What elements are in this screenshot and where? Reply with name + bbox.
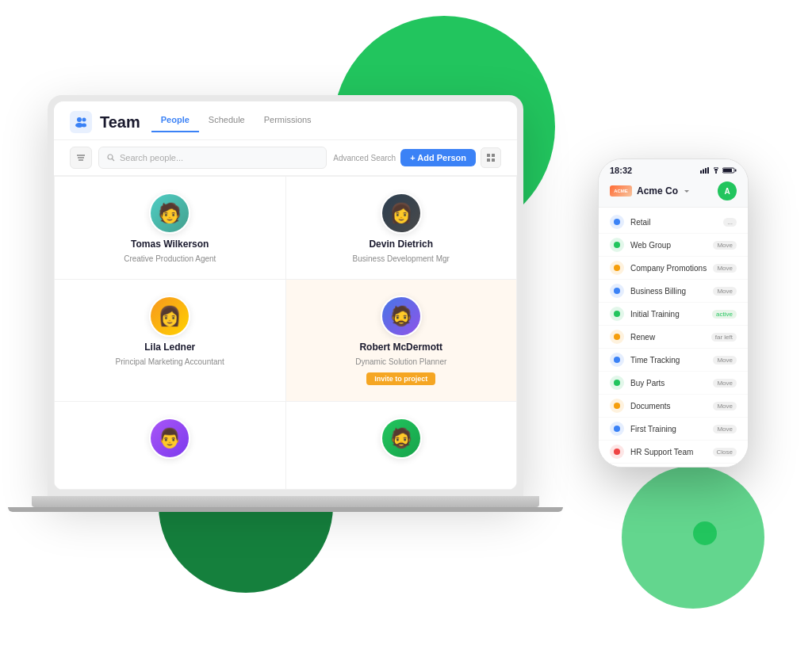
phone-list-item[interactable]: DocumentsMove [599, 395, 748, 418]
person-card[interactable]: 👩Devin DietrichBusiness Development Mgr [286, 177, 517, 279]
app-title: Team [100, 113, 140, 132]
phone-user-avatar[interactable]: A [718, 181, 737, 200]
person-card[interactable]: 👩Lila LednerPrincipal Marketing Accounta… [55, 280, 285, 401]
phone-list-item[interactable]: HR Support TeamClose [599, 441, 748, 464]
app-toolbar: Search people... Advanced Search + Add P… [54, 140, 517, 176]
phone-item-badge: Move [713, 264, 737, 273]
svg-point-0 [77, 117, 82, 122]
phone-frame: 18:32 ACME Acme Co A Retail...Web GroupM… [598, 158, 749, 468]
avatar-image: 👩 [382, 194, 420, 232]
app-title-row: Team People Schedule Permissions [70, 111, 501, 133]
phone-list-item[interactable]: Initial Trainingactive [599, 303, 748, 326]
phone-item-badge: active [712, 310, 737, 319]
phone-list-item[interactable]: Company PromotionsMove [599, 257, 748, 280]
person-card[interactable]: 🧔Robert McDermottDynamic Solution Planne… [286, 280, 517, 401]
filter-button[interactable] [70, 147, 92, 169]
phone-list-item[interactable]: Web GroupMove [599, 234, 748, 257]
avatar-image: 🧔 [382, 297, 420, 335]
person-card[interactable]: 🧔 [286, 402, 517, 489]
person-role: Business Development Mgr [353, 254, 450, 263]
person-role: Principal Marketing Accountant [116, 357, 224, 366]
phone-item-icon [610, 422, 624, 436]
avatar: 👨 [149, 418, 190, 459]
tab-people[interactable]: People [151, 112, 199, 132]
svg-rect-14 [703, 170, 704, 174]
svg-line-8 [113, 159, 115, 162]
phone-item-icon [610, 376, 624, 390]
avatar: 👩 [149, 296, 190, 337]
add-person-button[interactable]: + Add Person [400, 149, 476, 166]
svg-rect-10 [492, 154, 495, 157]
search-placeholder: Search people... [120, 153, 183, 162]
grid-view-button[interactable] [481, 147, 501, 168]
team-icon [70, 111, 92, 133]
avatar: 🧑 [149, 193, 190, 234]
phone-status-bar: 18:32 [599, 159, 748, 178]
phone-list: Retail...Web GroupMoveCompany Promotions… [599, 208, 748, 467]
svg-rect-15 [705, 168, 707, 174]
company-logo: ACME [610, 185, 632, 197]
phone-item-icon [610, 238, 624, 252]
phone-item-icon [610, 215, 624, 229]
person-name: Robert McDermott [359, 342, 442, 353]
svg-point-2 [82, 118, 86, 122]
people-grid: 🧑Tomas WilkersonCreative Production Agen… [54, 176, 517, 490]
phone-item-icon [610, 445, 624, 459]
avatar-image: 👨 [151, 419, 189, 457]
search-bar[interactable]: Search people... [98, 147, 327, 169]
phone-item-badge: Move [713, 241, 737, 250]
phone-list-item[interactable]: First TrainingMove [599, 418, 748, 441]
phone-item-name: Retail [630, 218, 717, 227]
phone-item-icon [610, 353, 624, 367]
phone-item-name: Company Promotions [630, 264, 707, 273]
phone-item-name: Initial Training [630, 310, 706, 319]
svg-point-17 [715, 172, 716, 173]
tab-permissions[interactable]: Permissions [255, 112, 321, 132]
phone-item-badge: Close [713, 448, 737, 456]
toolbar-right: Advanced Search + Add Person [333, 147, 501, 168]
svg-rect-12 [492, 158, 495, 162]
phone-item-badge: Move [713, 287, 737, 296]
svg-rect-19 [723, 169, 732, 172]
phone-item-icon [610, 307, 624, 321]
phone-status-icons [700, 167, 737, 174]
person-card[interactable]: 👨 [55, 402, 285, 489]
phone-list-item[interactable]: Retail... [599, 211, 748, 234]
avatar-image: 🧑 [151, 194, 189, 232]
phone-company: ACME Acme Co [610, 185, 691, 197]
person-name: Devin Dietrich [369, 239, 433, 250]
phone-item-icon [610, 284, 624, 298]
person-role: Dynamic Solution Planner [355, 357, 446, 366]
phone-item-name: HR Support Team [630, 448, 707, 456]
svg-point-3 [82, 124, 86, 128]
laptop-screen: Team People Schedule Permissions [54, 101, 517, 490]
avatar-image: 👩 [151, 297, 189, 335]
phone-item-name: First Training [630, 425, 707, 433]
phone-list-item[interactable]: Renewfar left [599, 326, 748, 349]
phone-item-badge: far left [711, 333, 737, 342]
person-card[interactable]: 🧑Tomas WilkersonCreative Production Agen… [55, 177, 285, 279]
advanced-search-button[interactable]: Advanced Search [333, 154, 396, 162]
invite-button[interactable]: Invite to project [366, 372, 435, 385]
person-name: Tomas Wilkerson [131, 239, 209, 250]
person-role: Creative Production Agent [124, 254, 216, 263]
phone-list-item[interactable]: Time TrackingMove [599, 349, 748, 372]
phone-list-item[interactable]: Business BillingMove [599, 280, 748, 303]
phone-item-icon [610, 399, 624, 413]
svg-rect-16 [707, 167, 709, 174]
phone-item-badge: ... [723, 218, 737, 227]
tab-schedule[interactable]: Schedule [199, 112, 255, 132]
phone-list-item[interactable]: Buy PartsMove [599, 372, 748, 395]
phone-item-name: Time Tracking [630, 356, 707, 365]
svg-rect-11 [487, 158, 490, 162]
phone-item-badge: Move [713, 379, 737, 388]
avatar-image: 🧔 [382, 419, 420, 457]
phone-mockup: 18:32 ACME Acme Co A Retail...Web GroupM… [598, 158, 749, 468]
phone-item-name: Web Group [630, 241, 707, 250]
avatar: 🧔 [381, 418, 422, 459]
company-name: Acme Co [637, 185, 678, 197]
laptop-foot [8, 507, 563, 512]
phone-item-icon [610, 330, 624, 344]
avatar: 🧔 [381, 296, 422, 337]
svg-point-7 [108, 155, 113, 159]
